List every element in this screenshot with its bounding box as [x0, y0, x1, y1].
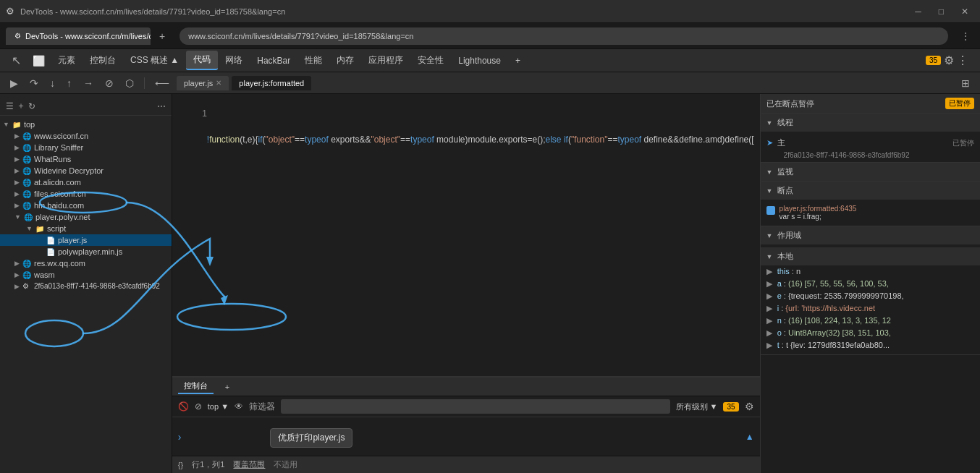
scope-n[interactable]: ▶ n : (16) [108, 224, 13, 3, 135, 12 [766, 315, 974, 327]
console-eye-icon[interactable]: 👁 [235, 401, 243, 412]
tree-item-library-sniffer[interactable]: ▶ 🌐 Library Sniffer [0, 142, 172, 153]
menu-application[interactable]: 应用程序 [361, 51, 410, 69]
toolbar-pause-icon[interactable]: ▶ [6, 76, 22, 90]
menu-hackbar[interactable]: HackBar [250, 53, 297, 69]
tree-item-polyv[interactable]: ▼ 🌐 player.polyv.net [0, 211, 172, 223]
breakpoints-header[interactable]: ▼ 断点 [761, 182, 980, 200]
tree-item-whatruns[interactable]: ▶ 🌐 WhatRuns [0, 153, 172, 165]
tree-item-script[interactable]: ▼ 📁 script [0, 223, 172, 234]
main-content: 1 !function(t,e){if("object"==typeof exp… [172, 94, 760, 473]
scope-key-a: a [777, 279, 782, 288]
toolbar-step-icon[interactable]: → [79, 76, 98, 90]
toolbar-deactivate-icon[interactable]: ⊘ [101, 76, 118, 90]
scope-e[interactable]: ▶ e : {trequest: 2535.7999999970198, [766, 290, 974, 302]
menu-more[interactable]: + [508, 53, 528, 69]
scope-expand-n[interactable]: ▶ [766, 316, 772, 325]
tab-player-js[interactable]: player.js ✕ [177, 76, 229, 90]
minimize-btn[interactable]: ─ [909, 7, 927, 17]
tree-item-files-sciconf[interactable]: ▶ 🌐 files.sciconf.cn [0, 188, 172, 200]
menu-memory[interactable]: 内存 [329, 51, 361, 69]
scope-expand-this[interactable]: ▶ [766, 267, 772, 276]
tab-player-js-formatted[interactable]: player.js:formatted [232, 76, 311, 90]
tooltip-pretty-print[interactable]: 优质打印player.js [270, 428, 352, 448]
menu-network[interactable]: 网络 [218, 51, 250, 69]
console-tab-add[interactable]: + [219, 381, 235, 393]
tree-label-player-js: player.js [58, 236, 169, 244]
scope-expand-a[interactable]: ▶ [766, 279, 772, 288]
dock-icon[interactable]: ⊞ [957, 76, 974, 90]
watch-header[interactable]: ▼ 监视 [761, 163, 980, 181]
thread-item-main[interactable]: ➤ 主 已暂停 [766, 135, 974, 151]
tree-item-player-js[interactable]: 📄 player.js [0, 234, 172, 246]
code-line-1: 1 !function(t,e){if("object"==typeof exp… [172, 94, 760, 172]
local-scope-header[interactable]: ▼ 本地 [761, 247, 980, 265]
console-filter-input[interactable] [285, 402, 665, 411]
breakpoint-item-1[interactable]: player.js:formatted:6435 var s = i.frag; [766, 203, 974, 223]
scope-a[interactable]: ▶ a : (16) [57, 55, 55, 56, 100, 53, [766, 278, 974, 290]
console-tab[interactable]: 控制台 [178, 379, 214, 394]
tree-label-wasm: wasm [34, 270, 169, 279]
console-scope-label: top [208, 402, 219, 411]
chrome-settings-btn[interactable]: ⋮ [957, 31, 974, 41]
bp-checkbox[interactable] [766, 206, 775, 215]
toolbar-back-icon[interactable]: ⟵ [151, 76, 174, 90]
tree-item-alicdn[interactable]: ▶ 🌐 at.alicdn.com [0, 176, 172, 188]
thread-name-main: 主 [777, 137, 785, 148]
tree-item-widevine[interactable]: ▶ 🌐 Widevine Decryptor [0, 165, 172, 176]
tree-item-worker[interactable]: ▶ ⚙ 2f6a013e-8ff7-4146-9868-e3fcafdf6b92 [0, 281, 172, 291]
console-settings-icon[interactable]: ⚙ [745, 401, 754, 412]
file-tree-menu-icon[interactable]: ☰ [6, 101, 14, 111]
tab-player-js-close[interactable]: ✕ [216, 79, 221, 87]
toolbar-breakpoints-icon[interactable]: ⬡ [121, 76, 138, 90]
threads-header[interactable]: ▼ 线程 [761, 114, 980, 132]
console-info-btn[interactable]: ⊘ [195, 401, 202, 412]
scope-i[interactable]: ▶ i : {url: 'https://hls.videcc.net [766, 302, 974, 315]
console-level-selector[interactable]: 所有级别 ▼ [676, 401, 718, 412]
toolbar-step-out-icon[interactable]: ↑ [62, 76, 76, 90]
settings-icon[interactable]: ⚙ [944, 54, 954, 67]
tree-item-wxqq[interactable]: ▶ 🌐 res.wx.qq.com [0, 257, 172, 269]
more-icon[interactable]: ⋮ [957, 54, 968, 67]
scope-t[interactable]: ▶ t : t {lev: 1279df8319efa0ab80... [766, 339, 974, 351]
console-expand-btn[interactable]: ▲ [745, 432, 754, 442]
file-tree-refresh-icon[interactable]: ↻ [28, 101, 35, 111]
tree-item-top[interactable]: ▼ 📁 top [0, 119, 172, 130]
scope-expand-o[interactable]: ▶ [766, 328, 772, 337]
scope-header[interactable]: ▼ 作用域 [761, 226, 980, 244]
code-area[interactable]: 1 !function(t,e){if("object"==typeof exp… [172, 94, 760, 376]
console-input[interactable] [181, 432, 745, 441]
code-position: 行1，列1 [192, 459, 224, 470]
maximize-btn[interactable]: □ [933, 7, 950, 17]
tree-item-wasm[interactable]: ▶ 🌐 wasm [0, 269, 172, 281]
device-icon[interactable]: ⬜ [27, 55, 51, 67]
toolbar-step-over-icon[interactable]: ↷ [25, 76, 43, 90]
scope-expand-t[interactable]: ▶ [766, 341, 772, 349]
new-tab-btn[interactable]: + [153, 27, 171, 45]
threads-content: ➤ 主 已暂停 2f6a013e-8ff7-4146-9868-e3fcafdf… [761, 132, 980, 162]
scope-o[interactable]: ▶ o : Uint8Array(32) [38, 151, 103, [766, 327, 974, 339]
menu-console[interactable]: 控制台 [83, 51, 123, 69]
menu-security[interactable]: 安全性 [410, 51, 451, 69]
address-bar[interactable]: www.sciconf.cn/m/lives/details/7791?vide… [179, 27, 948, 45]
toolbar-step-into-icon[interactable]: ↓ [46, 76, 59, 90]
tree-chevron-polyv: ▼ [14, 213, 21, 221]
file-tree-more-icon[interactable]: ⋯ [157, 101, 166, 111]
menu-css[interactable]: CSS 概述 ▲ [123, 51, 186, 69]
paused-header[interactable]: 已在断点暂停 已暂停 [761, 94, 980, 113]
console-clear-btn[interactable]: 🚫 [178, 401, 189, 412]
menu-lighthouse[interactable]: Lighthouse [451, 53, 508, 69]
chrome-tab-active[interactable]: ⚙ DevTools - www.sciconf.cn/m/lives/deta… [6, 27, 151, 45]
menu-sources[interactable]: 代码 [186, 51, 218, 70]
tree-item-baidu[interactable]: ▶ 🌐 hm.baidu.com [0, 200, 172, 211]
scope-expand-i[interactable]: ▶ [766, 304, 772, 312]
inspect-icon[interactable]: ↖ [6, 54, 27, 67]
scope-this[interactable]: ▶ this : n [766, 265, 974, 278]
scope-expand-e[interactable]: ▶ [766, 291, 772, 300]
menu-performance[interactable]: 性能 [297, 51, 329, 69]
tree-item-www-sciconf[interactable]: ▶ 🌐 www.sciconf.cn [0, 130, 172, 142]
tree-item-polywplayer[interactable]: 📄 polywplayer.min.js [0, 246, 172, 257]
file-tree-new-icon[interactable]: ＋ [17, 100, 25, 112]
menu-elements[interactable]: 元素 [51, 51, 83, 69]
close-btn[interactable]: ✕ [955, 7, 974, 17]
console-scope-selector[interactable]: top ▼ [208, 402, 229, 411]
